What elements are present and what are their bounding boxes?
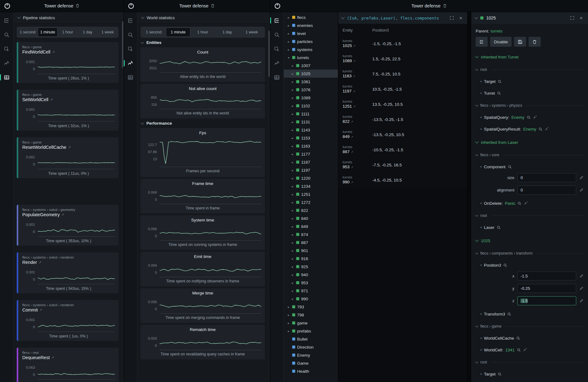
expand-arrow-icon[interactable] <box>291 273 294 277</box>
query-row[interactable]: turrets 849 ↗ -13.5, -0.25, 10.5 <box>338 127 467 142</box>
expand-arrow-icon[interactable] <box>291 128 294 132</box>
expand-arrow-icon[interactable] <box>287 321 290 325</box>
tree-item[interactable]: 925 <box>284 263 338 271</box>
tree-item[interactable]: 1272 <box>284 198 338 206</box>
select-box-icon[interactable] <box>3 45 11 53</box>
pipeline-panel-header[interactable]: Pipeline statistics <box>14 12 122 24</box>
component-group-header[interactable]: flecs › components › transform <box>476 250 584 257</box>
edit-icon[interactable] <box>579 286 584 290</box>
component-value[interactable]: Enemy <box>523 127 536 131</box>
search-icon[interactable] <box>516 336 520 340</box>
query-row[interactable]: turrets 887 ↗ -10.5, -0.25, -1.5 <box>338 142 467 157</box>
tree-item[interactable]: 916 <box>284 255 338 263</box>
delete-world-icon[interactable] <box>76 4 80 8</box>
tree-item[interactable]: 798 <box>284 311 338 319</box>
tree-item[interactable]: 1061 <box>284 78 338 86</box>
expand-arrow-icon[interactable] <box>291 281 294 285</box>
expand-arrow-icon[interactable] <box>291 64 294 67</box>
tree-item[interactable]: 1220 <box>284 174 338 182</box>
entity-id-link[interactable]: 990 <box>343 180 350 184</box>
tree-item[interactable]: 1153 <box>284 134 338 142</box>
tree-item[interactable]: 1111 <box>284 110 338 118</box>
tree-item[interactable]: 901 <box>284 247 338 255</box>
component-group-header[interactable]: root <box>476 66 584 73</box>
entity-id-link[interactable]: 1025 <box>343 43 352 48</box>
expand-arrow-icon[interactable] <box>291 177 294 180</box>
open-link-icon[interactable]: ↗ <box>39 308 42 312</box>
scrollbar[interactable] <box>268 12 270 382</box>
expand-arrow-icon[interactable] <box>287 24 290 27</box>
field-input[interactable]: 0 <box>517 173 576 182</box>
search-icon[interactable] <box>503 263 507 267</box>
expand-arrow-icon[interactable] <box>287 56 290 59</box>
tree-item[interactable]: Bullet <box>284 335 338 343</box>
tree-item[interactable]: Health <box>284 367 338 375</box>
time-range-tab[interactable]: 1 minute <box>166 28 190 37</box>
expand-arrow-icon[interactable] <box>291 185 294 188</box>
search-icon[interactable] <box>508 165 512 169</box>
search-icon[interactable] <box>517 348 521 352</box>
edit-icon[interactable] <box>579 175 584 180</box>
open-link-icon[interactable]: ↗ <box>50 98 53 102</box>
component-item[interactable]: • Turret ↗* <box>476 89 584 97</box>
query-row[interactable]: turrets 1025 ↗ -1.5, -0.25, -1.5 <box>338 36 467 51</box>
tree-item[interactable]: 793 <box>284 303 338 311</box>
tree-item[interactable]: 1163 <box>284 142 338 150</box>
expand-arrow-icon[interactable] <box>291 265 294 268</box>
open-link-icon[interactable]: ↗ <box>351 120 353 123</box>
tree-item[interactable]: 1131 <box>284 118 338 126</box>
component-group-header[interactable]: flecs › game <box>476 323 584 330</box>
expand-arrow-icon[interactable] <box>287 305 290 309</box>
entity-id-link[interactable]: 1163 <box>343 74 352 78</box>
open-link-icon[interactable]: ↗ <box>353 90 355 93</box>
time-range-tab[interactable]: 1 day <box>215 28 240 37</box>
tree-item[interactable]: 1102 <box>284 102 338 110</box>
chart-icon[interactable] <box>3 59 11 67</box>
section-header[interactable]: Performance <box>141 121 264 126</box>
time-range-tab[interactable]: 1 hour <box>190 28 215 37</box>
tree-item[interactable]: flecs <box>284 13 338 21</box>
inspector-section-header[interactable]: inherited from Turret <box>476 53 584 61</box>
open-link-icon[interactable]: ↗ <box>61 213 64 217</box>
tree-item[interactable]: 840 <box>284 214 338 222</box>
component-item[interactable]: • Laser ↗* <box>476 224 584 231</box>
tree-item[interactable]: 1187 <box>284 158 338 166</box>
expand-arrow-icon[interactable] <box>291 88 294 92</box>
expand-panel-icon[interactable] <box>449 15 455 21</box>
entity-id-link[interactable]: 1089 <box>343 58 352 63</box>
entity-id-link[interactable]: 849 <box>343 134 350 139</box>
tree-view-icon[interactable] <box>3 16 11 24</box>
time-range-tab[interactable]: 1 hour <box>58 28 78 37</box>
delete-world-icon[interactable] <box>443 4 447 8</box>
expand-arrow-icon[interactable] <box>291 104 294 108</box>
query-row[interactable]: turrets 990 ↗ -4.5, -0.25, 10.5 <box>338 173 467 188</box>
query-row[interactable]: turrets 822 ↗ -13.5, -0.25, -1.5 <box>338 112 467 127</box>
expand-arrow-icon[interactable] <box>287 16 290 19</box>
tree-item[interactable]: game <box>284 319 338 327</box>
query-row[interactable]: turrets 953 ↗ -7.5, -0.25, 16.5 <box>338 157 467 173</box>
tree-item[interactable]: 1177 <box>284 150 338 158</box>
tree-item[interactable]: level <box>284 29 338 37</box>
component-value[interactable]: 1341 <box>505 348 515 352</box>
open-link-icon[interactable]: ↗ <box>51 356 54 360</box>
expand-arrow-icon[interactable] <box>291 297 294 301</box>
expand-arrow-icon[interactable] <box>291 233 294 236</box>
time-range-tab[interactable]: 1 minute <box>38 28 58 37</box>
query-row[interactable]: turrets 1089 ↗ 1.5, -0.25, 22.5 <box>338 51 467 67</box>
open-link-icon[interactable]: ↗ <box>68 145 71 149</box>
expand-arrow-icon[interactable] <box>291 152 294 156</box>
open-link-icon[interactable]: ↗ <box>353 75 355 78</box>
inspector-section-header[interactable]: 1025 <box>476 237 584 245</box>
search-icon[interactable] <box>127 31 135 39</box>
tree-item[interactable]: 1025 <box>284 70 338 78</box>
parent-link[interactable]: turrets <box>491 29 503 33</box>
open-link-icon[interactable]: ↗ <box>353 105 356 108</box>
chart-icon[interactable] <box>127 59 135 67</box>
tree-item[interactable]: turrets <box>284 54 338 62</box>
disable-button[interactable]: Disable <box>490 37 512 47</box>
time-range-tab[interactable]: 1 day <box>78 28 98 37</box>
tree-item[interactable]: 1197 <box>284 166 338 174</box>
table-icon[interactable] <box>3 73 11 81</box>
close-panel-icon[interactable]: × <box>578 15 584 21</box>
field-input[interactable]: -0.25 <box>517 284 576 293</box>
